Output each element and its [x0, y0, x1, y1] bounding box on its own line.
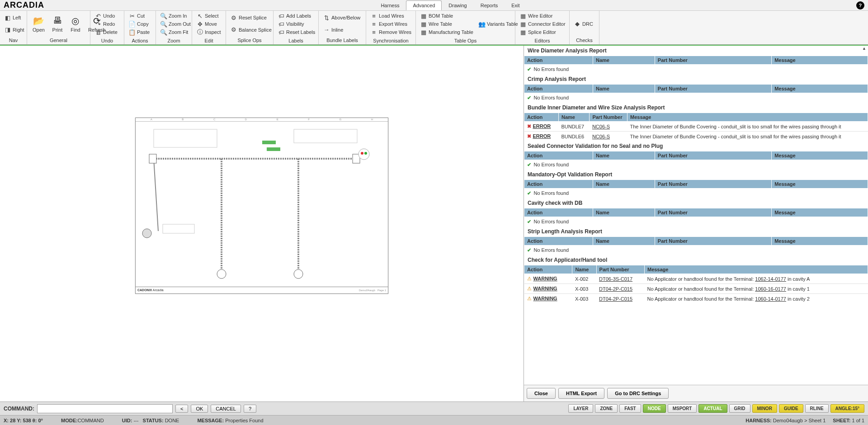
mfg-table-button[interactable]: ▦Manufacturing Table	[418, 28, 476, 36]
cmd-prev-button[interactable]: <	[175, 405, 188, 413]
zoom-out-button[interactable]: 🔍Zoom Out	[158, 20, 193, 28]
reset-splice-button[interactable]: ⚙Reset Splice	[228, 14, 274, 22]
copy-icon: 📄	[129, 21, 135, 27]
drc-button[interactable]: ◆DRC	[571, 20, 596, 28]
export-wires-button[interactable]: ≡Export Wires	[368, 20, 414, 28]
drc-col-header: Part Number	[655, 151, 771, 160]
visibility-button[interactable]: 🏷Visibility	[275, 20, 318, 28]
cmd-ok-button[interactable]: OK	[191, 405, 208, 413]
move-button[interactable]: ✥Move	[194, 20, 223, 28]
splice-editor-button[interactable]: ▦Splice Editor	[517, 28, 568, 36]
undo-button[interactable]: ↶Undo	[92, 12, 120, 20]
select-button[interactable]: ↖Select	[194, 12, 223, 20]
drc-col-header: Name	[593, 180, 655, 189]
status-uid: UID: --- STATUS: DONE	[122, 418, 179, 423]
connector-editor-button[interactable]: ▦Connector Editor	[517, 20, 568, 28]
ribbon: ◧Left ◨Right Nav 📂Open 🖶Print ◎Find ⟳Ref…	[0, 11, 868, 45]
menu-tab-reports[interactable]: Reports	[474, 0, 505, 10]
part-number-link[interactable]: NC06-S	[592, 134, 610, 139]
folder-icon: 📂	[33, 15, 44, 26]
svg-line-3	[154, 159, 158, 231]
drc-section-title: Bundle Inner Diameter and Wire Size Anal…	[524, 103, 868, 113]
terminal-link[interactable]: 1060-16-0177	[755, 286, 786, 292]
target-icon: ◎	[70, 15, 81, 26]
trash-icon: 🗑	[95, 29, 101, 35]
drc-col-header: Message	[772, 208, 868, 217]
drc-col-header: Message	[772, 56, 868, 65]
part-number-link[interactable]: DT04-2P-C015	[599, 296, 632, 302]
load-wires-button[interactable]: ≡Load Wires	[368, 12, 414, 20]
nav-right-button[interactable]: ◨Right	[2, 26, 27, 34]
html-export-button[interactable]: HTML Export	[558, 388, 604, 399]
zoom-in-button[interactable]: 🔍Zoom In	[158, 12, 193, 20]
table-icon: ▦	[420, 13, 427, 19]
redo-button[interactable]: ↷Redo	[92, 20, 120, 28]
drc-level-link[interactable]: WARNING	[533, 296, 557, 301]
toggle-msport[interactable]: MSPORT	[668, 404, 697, 413]
above-below-button[interactable]: ⇅Above/Below	[321, 14, 363, 22]
toggle-rline[interactable]: RLINE	[805, 404, 829, 413]
nav-left-button[interactable]: ◧Left	[2, 14, 27, 22]
bom-table-button[interactable]: ▦BOM Table	[418, 12, 476, 20]
drc-level-link[interactable]: ERROR	[533, 133, 551, 139]
drc-name-cell: X-003	[572, 294, 596, 304]
variants-table-button[interactable]: 👥Variants Table	[476, 20, 521, 28]
cmd-cancel-button[interactable]: CANCEL	[211, 405, 241, 413]
toggle-angle15[interactable]: ANGLE:15°	[830, 404, 864, 413]
close-button[interactable]: Close	[527, 388, 556, 399]
drc-level-link[interactable]: WARNING	[533, 286, 557, 291]
drawing-canvas[interactable]: ABCDEFGH CADONIX A	[0, 46, 524, 401]
inspect-button[interactable]: ⓘInspect	[194, 28, 223, 36]
part-number-link[interactable]: DT04-2P-C015	[599, 286, 632, 292]
menu-tab-exit[interactable]: Exit	[505, 0, 526, 10]
part-number-link[interactable]: DT06-3S-C017	[599, 276, 632, 282]
paste-button[interactable]: 📋Paste	[126, 28, 152, 36]
wire-editor-button[interactable]: ▦Wire Editor	[517, 12, 568, 20]
drc-scroll[interactable]: Wire Diameter Analysis Report▲ActionName…	[524, 46, 868, 385]
drc-section-title: Sealed Connector Validation for no Seal …	[524, 141, 868, 151]
menu-tab-harness[interactable]: Harness	[374, 0, 406, 10]
wire-table-button[interactable]: ▦Wire Table	[418, 20, 476, 28]
copy-button[interactable]: 📄Copy	[126, 20, 152, 28]
help-icon[interactable]: ?	[856, 1, 864, 9]
command-input[interactable]	[37, 404, 173, 413]
toggle-node[interactable]: NODE	[643, 404, 666, 413]
toggle-actual[interactable]: ACTUAL	[698, 404, 727, 413]
drc-level-link[interactable]: WARNING	[533, 276, 557, 281]
cut-button[interactable]: ✂Cut	[126, 12, 152, 20]
open-button[interactable]: 📂Open	[29, 12, 48, 36]
inline-button[interactable]: →Inline	[321, 26, 363, 34]
zoom-fit-button[interactable]: 🔍Zoom Fit	[158, 28, 193, 36]
drc-no-errors-row: ✔No Errors found	[524, 93, 868, 103]
terminal-link[interactable]: 1060-14-0177	[755, 296, 786, 302]
drc-msg-cell: No Applicator or handtool found for the …	[644, 294, 868, 304]
reset-labels-button[interactable]: 🏷Reset Labels	[275, 28, 318, 36]
drc-col-header: Name	[559, 113, 590, 122]
menu-tabs: HarnessAdvancedDrawingReportsExit	[374, 0, 526, 10]
menu-tab-drawing[interactable]: Drawing	[442, 0, 473, 10]
goto-drc-settings-button[interactable]: Go to DRC Settings	[607, 388, 669, 399]
find-button[interactable]: ◎Find	[66, 12, 85, 36]
drc-level-link[interactable]: ERROR	[533, 123, 551, 129]
collapse-icon[interactable]: ▲	[862, 46, 866, 51]
toggle-zone[interactable]: ZONE	[595, 404, 618, 413]
toggle-guide[interactable]: GUIDE	[779, 404, 803, 413]
part-number-link[interactable]: NC06-S	[592, 124, 610, 129]
remove-wires-button[interactable]: ≡Remove Wires	[368, 28, 414, 36]
drc-col-header: Name	[593, 85, 655, 93]
toggle-layer[interactable]: LAYER	[568, 404, 593, 413]
toggle-grid[interactable]: GRID	[729, 404, 750, 413]
print-button[interactable]: 🖶Print	[48, 12, 66, 36]
terminal-link[interactable]: 1062-14-0177	[755, 276, 786, 282]
toggle-fast[interactable]: FAST	[619, 404, 641, 413]
toggle-minor[interactable]: MINOR	[752, 404, 777, 413]
status-coords: X: 28 Y: 538 θ: 0°	[4, 418, 43, 423]
delete-button[interactable]: 🗑Delete	[92, 28, 120, 36]
ribbon-group-label: Undo	[90, 37, 124, 44]
add-labels-button[interactable]: 🏷Add Labels	[275, 12, 318, 20]
drc-name-cell: BUNDLE7	[559, 122, 590, 132]
cmd-help-button[interactable]: ?	[244, 405, 256, 413]
balance-splice-button[interactable]: ⚙Balance Splice	[228, 26, 274, 34]
drc-table: ActionNamePart NumberMessage✔No Errors f…	[524, 56, 868, 74]
menu-tab-advanced[interactable]: Advanced	[406, 0, 442, 10]
